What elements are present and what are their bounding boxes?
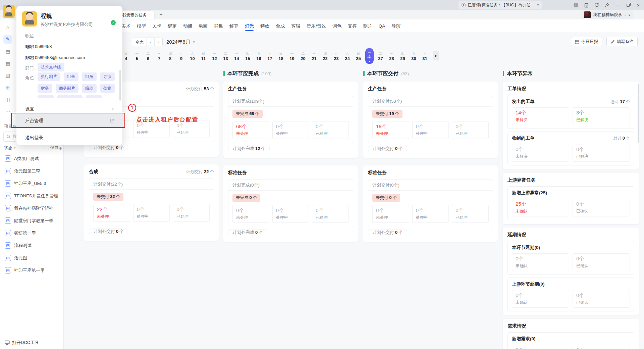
nav-tab-10[interactable]: 特效 bbox=[260, 19, 269, 33]
schedule-icon[interactable]: ▦ bbox=[3, 59, 12, 68]
stat-box[interactable]: 0个已确认 bbox=[573, 345, 630, 349]
fill-note-button[interactable]: 填写备注 bbox=[606, 37, 638, 46]
nav-tab-5[interactable]: 动捕 bbox=[183, 19, 192, 33]
date-cell-26[interactable]: 一今 bbox=[364, 49, 375, 64]
popup-scrollbar[interactable] bbox=[119, 70, 121, 101]
date-cell-18[interactable]: 日18 bbox=[275, 49, 286, 64]
nav-tab-2[interactable]: 模型 bbox=[137, 19, 146, 33]
edit-tasks-icon[interactable]: ✎ bbox=[3, 35, 12, 44]
nav-tab-16[interactable]: 制片 bbox=[363, 19, 372, 33]
stat-box[interactable]: 0个未确认 bbox=[512, 345, 569, 349]
date-cell-8[interactable]: 四8 bbox=[165, 49, 176, 64]
alert-icon[interactable]: ! bbox=[572, 2, 580, 8]
stat-box[interactable]: 0个未处理 bbox=[232, 205, 269, 223]
date-cell-24[interactable]: 六24 bbox=[342, 49, 353, 64]
project-item[interactable]: 内神印王座_UE5.3 bbox=[0, 177, 63, 190]
date-cell-31[interactable]: 六31 bbox=[419, 49, 430, 64]
only-show-checkbox[interactable] bbox=[45, 146, 49, 150]
stat-box[interactable]: 0个未确认 bbox=[512, 290, 569, 308]
restore-window-icon[interactable] bbox=[624, 2, 632, 8]
unplanned-box[interactable]: 计划外交付0个 bbox=[89, 229, 128, 234]
stat-box[interactable]: 0个已确认 bbox=[573, 290, 630, 308]
my-avatar[interactable] bbox=[3, 5, 15, 18]
stat-box[interactable]: 25个未确认 bbox=[512, 199, 569, 216]
home-icon[interactable]: ⌂ bbox=[3, 23, 12, 32]
stat-box[interactable]: 0个已处理 bbox=[452, 205, 489, 223]
date-cell-20[interactable]: 二20 bbox=[298, 49, 309, 64]
new-tab-button[interactable]: + bbox=[157, 11, 165, 18]
date-cell-29[interactable]: 四29 bbox=[397, 49, 408, 64]
board-icon[interactable]: ◫ bbox=[3, 95, 12, 104]
prev-month-icon[interactable]: ‹ bbox=[147, 38, 155, 46]
date-cell-10[interactable]: 六10 bbox=[187, 49, 198, 64]
date-cell-15[interactable]: 四15 bbox=[242, 49, 253, 64]
stat-box[interactable]: 68个未处理 bbox=[232, 121, 269, 139]
date-cell-30[interactable]: 五30 bbox=[408, 49, 419, 64]
stat-box[interactable]: 0个已解决 bbox=[573, 144, 630, 162]
daily-report-button[interactable]: 今日日报 bbox=[571, 37, 602, 46]
date-cell-23[interactable]: 五23 bbox=[331, 49, 342, 64]
stat-box[interactable]: 0个已处理 bbox=[173, 204, 210, 222]
project-item[interactable]: 内顿悟第一季 bbox=[0, 227, 63, 239]
date-cell-16[interactable]: 五16 bbox=[253, 49, 264, 64]
stat-box[interactable]: 14个未解决 bbox=[512, 107, 569, 125]
pin-icon[interactable] bbox=[603, 2, 611, 8]
asset-icon[interactable]: ⊞ bbox=[3, 83, 12, 92]
stat-box[interactable]: 0个处理中 bbox=[133, 204, 170, 222]
nav-tab-11[interactable]: 合成 bbox=[276, 19, 285, 33]
stat-box[interactable]: 0个已处理 bbox=[312, 121, 349, 139]
project-item[interactable]: 内A类项目测试 bbox=[0, 152, 63, 165]
nav-tab-17[interactable]: QA bbox=[379, 19, 385, 33]
nav-tab-15[interactable]: 支撑 bbox=[348, 19, 357, 33]
project-item[interactable]: 内隐世宗门掌教第一季 bbox=[0, 214, 63, 227]
today-button[interactable]: 今天 bbox=[132, 38, 147, 46]
date-cell-28[interactable]: 三28 bbox=[386, 49, 397, 64]
date-cell-17[interactable]: 六17 bbox=[264, 49, 275, 64]
date-cell-19[interactable]: 一19 bbox=[286, 49, 298, 64]
project-item[interactable]: 内我在精神病院学斩神 bbox=[0, 202, 63, 214]
stat-box[interactable]: 0个处理中 bbox=[272, 205, 309, 223]
date-cell-11[interactable]: 日11 bbox=[198, 49, 209, 64]
date-cell-14[interactable]: 三14 bbox=[231, 49, 242, 64]
date-cell-5[interactable]: 一5 bbox=[131, 49, 143, 64]
date-cell-9[interactable]: 五9 bbox=[176, 49, 187, 64]
date-cell-12[interactable]: 一12 bbox=[209, 49, 220, 64]
date-strip-next-icon[interactable]: ▶ bbox=[433, 51, 439, 60]
stat-box[interactable]: 0个处理中 bbox=[412, 205, 449, 223]
feedback-icon[interactable] bbox=[583, 2, 590, 8]
stat-box[interactable]: 0个已处理 bbox=[452, 121, 489, 139]
unplanned-box[interactable]: 计划外交付0个 bbox=[368, 230, 407, 235]
date-cell-6[interactable]: 二6 bbox=[143, 49, 154, 64]
task-timer-paused-pill[interactable]: 已暂停(标准任务：【BUG】待办任... ▼ bbox=[459, 1, 542, 9]
logout-menu-item[interactable]: 退出登录 bbox=[16, 133, 122, 143]
date-cell-7[interactable]: 三7 bbox=[154, 49, 165, 64]
unplanned-box[interactable]: 计划外完成0个 bbox=[228, 230, 267, 235]
nav-tab-4[interactable]: 绑定 bbox=[168, 19, 177, 33]
report-icon[interactable]: ▧ bbox=[3, 71, 12, 80]
project-item[interactable]: 内神印王座第一季 bbox=[0, 264, 63, 277]
minimize-icon[interactable] bbox=[614, 2, 621, 8]
unplanned-box[interactable]: 计划外完成12个 bbox=[228, 146, 270, 151]
stat-box[interactable]: 3个已解决 bbox=[573, 107, 630, 125]
nav-tab-18[interactable]: 导演 bbox=[391, 19, 400, 33]
date-cell-13[interactable]: 二13 bbox=[220, 49, 231, 64]
date-cell-22[interactable]: 四22 bbox=[320, 49, 331, 64]
review-icon[interactable]: ▤ bbox=[3, 47, 12, 56]
month-selector[interactable]: 2024年8月 ∨ bbox=[166, 38, 195, 46]
project-item[interactable]: 内沧元图第二季 bbox=[0, 165, 63, 177]
project-item[interactable]: 内TEONES开发任务管理 bbox=[0, 190, 63, 202]
status-filter[interactable]: 状态 bbox=[4, 145, 12, 151]
close-icon[interactable]: × bbox=[635, 2, 642, 8]
stat-box[interactable]: 0个未解决 bbox=[512, 144, 569, 162]
stat-box[interactable]: 0个未确认 bbox=[512, 253, 569, 271]
nav-tab-7[interactable]: 群集 bbox=[214, 19, 223, 33]
stat-box[interactable]: 0个已确认 bbox=[573, 253, 630, 271]
open-dcc-tool[interactable]: 打开DCC工具 bbox=[5, 340, 39, 346]
panel-scrollbar[interactable] bbox=[638, 84, 639, 143]
refresh-icon[interactable] bbox=[593, 2, 600, 8]
nav-tab-14[interactable]: 调色 bbox=[332, 19, 341, 33]
date-cell-25[interactable]: 日25 bbox=[353, 49, 364, 64]
stat-box[interactable]: 19个未处理 bbox=[372, 121, 409, 139]
unplanned-box[interactable]: 计划外交付0个 bbox=[368, 146, 407, 151]
nav-tab-8[interactable]: 解算 bbox=[229, 19, 238, 33]
